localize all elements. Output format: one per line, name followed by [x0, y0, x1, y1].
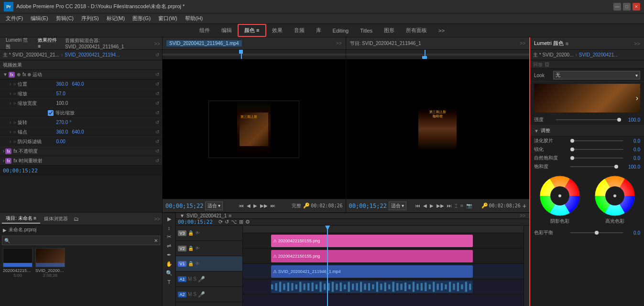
- maximize-button[interactable]: □: [623, 3, 631, 11]
- search-clear-icon[interactable]: ✕: [154, 238, 158, 243]
- program-timeline-bar[interactable]: [346, 50, 530, 59]
- tool-ripple[interactable]: ↕: [167, 224, 172, 232]
- prog-extract-btn[interactable]: ⌗: [460, 203, 463, 209]
- tl-tool-1[interactable]: ⟳: [218, 219, 223, 225]
- source-step-fwd-btn[interactable]: ▶▶: [260, 203, 268, 208]
- ws-tab-effects[interactable]: 效果: [266, 25, 288, 36]
- track-lock-v2[interactable]: 🔒: [188, 246, 194, 251]
- track-vis-v3[interactable]: 👁: [195, 230, 200, 236]
- prog-prev-btn[interactable]: ⏮: [415, 203, 420, 209]
- ws-tab-editing[interactable]: 编辑: [216, 25, 238, 36]
- ws-tab-audio[interactable]: 音频: [288, 25, 310, 36]
- sat-slider[interactable]: [570, 166, 618, 167]
- panel-menu-icon[interactable]: >>: [154, 41, 160, 46]
- seq-more[interactable]: >>: [520, 213, 525, 218]
- fx-motion-row[interactable]: ▼ fx ⊕ fx ⊕ 运动 ↺: [0, 70, 162, 79]
- prog-step-fwd-btn[interactable]: ▶▶: [437, 203, 444, 209]
- source-step-back-btn[interactable]: ◀: [247, 203, 251, 208]
- tool-type[interactable]: T: [166, 278, 172, 286]
- anti-flicker-value[interactable]: 0.00: [56, 139, 65, 144]
- source-timeline-bar[interactable]: [163, 50, 346, 59]
- ws-tab-color[interactable]: 颜色 ≡: [238, 24, 266, 37]
- time-remap-row[interactable]: › fx fx 时间重映射 ↺: [0, 156, 162, 166]
- tool-slip[interactable]: ⇌: [166, 242, 172, 250]
- tl-tool-4[interactable]: ⊞: [239, 219, 243, 225]
- menu-graphics[interactable]: 图形(G): [129, 14, 154, 23]
- track-mute-a1[interactable]: M: [188, 276, 192, 282]
- shadow-color-wheel[interactable]: [539, 175, 581, 217]
- menu-sequence[interactable]: 序列(S): [77, 14, 103, 23]
- menu-file[interactable]: 文件(F): [2, 14, 27, 23]
- project-more[interactable]: >>: [154, 216, 160, 222]
- sharpen-slider[interactable]: [570, 149, 623, 150]
- clip-a1[interactable]: [271, 281, 473, 293]
- prog-play-btn[interactable]: ▶: [430, 203, 434, 209]
- project-search-input[interactable]: [12, 238, 154, 243]
- source-timecode[interactable]: 00;00;15;22: [165, 203, 203, 209]
- scale-width-value[interactable]: 100.0: [56, 101, 68, 106]
- intensity-slider[interactable]: [556, 119, 621, 120]
- menu-clip[interactable]: 剪辑(C): [52, 14, 77, 23]
- program-monitor-more[interactable]: >>: [520, 41, 525, 46]
- prog-next-btn[interactable]: ⏭: [447, 203, 452, 209]
- source-fit-dropdown[interactable]: 适合 ▾: [205, 202, 223, 210]
- tool-hand[interactable]: ✋: [165, 260, 174, 268]
- tab-lumetri-scope[interactable]: Lumetri 范围: [2, 37, 34, 51]
- close-button[interactable]: ✕: [633, 3, 640, 11]
- clip-v2[interactable]: ⚠ 20200422150155.png: [271, 250, 473, 262]
- rotation-value[interactable]: 270.0 °: [56, 120, 71, 125]
- source-play-btn[interactable]: ▶: [253, 203, 257, 208]
- menu-help[interactable]: 帮助(H): [181, 14, 207, 23]
- tl-tool-3[interactable]: ⌥: [231, 219, 237, 225]
- track-solo-a2[interactable]: S: [193, 292, 196, 297]
- position-y[interactable]: 640.0: [72, 81, 84, 87]
- nat-sat-slider[interactable]: [570, 158, 623, 159]
- track-vis-v2[interactable]: 👁: [195, 246, 200, 251]
- project-item-2[interactable]: SVID_202004... 2:08;26: [35, 248, 65, 278]
- ws-tab-titles[interactable]: Titles: [354, 26, 378, 35]
- menu-edit[interactable]: 编辑(E): [27, 14, 52, 23]
- track-lock-v3[interactable]: 🔒: [188, 230, 194, 236]
- ws-tab-graphics[interactable]: 图形: [378, 25, 400, 36]
- anchor-x[interactable]: 360.0: [56, 129, 68, 135]
- ws-tab-components[interactable]: 组件: [194, 25, 216, 36]
- anchor-y[interactable]: 640.0: [72, 129, 84, 135]
- tool-pen[interactable]: ✒: [166, 251, 172, 259]
- menu-marker[interactable]: 标记(M): [103, 14, 129, 23]
- opacity-row[interactable]: › fx fx 不透明度 ↺: [0, 147, 162, 156]
- prog-lift-btn[interactable]: ⌶: [455, 203, 458, 209]
- tab-project[interactable]: 项目: 未命名 ≡: [2, 214, 40, 224]
- source-prev-btn[interactable]: ⏮: [239, 203, 244, 208]
- tab-media-browser[interactable]: 媒体浏览器: [40, 215, 72, 223]
- adjust-section-header[interactable]: ▼ 调整: [530, 125, 644, 136]
- tool-razor[interactable]: ✂: [166, 233, 172, 241]
- ec-sequence-label[interactable]: SVID_20200421_21194...: [65, 52, 120, 57]
- scale-value[interactable]: 57.0: [56, 91, 65, 96]
- program-timecode[interactable]: 00;00;15;22: [349, 203, 387, 209]
- source-monitor-more[interactable]: >>: [336, 41, 342, 46]
- look-dropdown[interactable]: 无 ▾: [553, 71, 640, 79]
- track-vis-v1[interactable]: 👁: [195, 261, 200, 266]
- lumetri-look-preview[interactable]: ›: [534, 84, 640, 113]
- tool-selection[interactable]: ▶: [166, 215, 172, 223]
- lumetri-seq-label[interactable]: SVID_20200421...: [579, 52, 618, 57]
- menu-window[interactable]: 窗口(W): [154, 14, 181, 23]
- uniform-scale-checkbox[interactable]: [48, 110, 54, 116]
- track-lock-v1[interactable]: 🔒: [188, 261, 194, 266]
- tab-audio-mixer[interactable]: 音频剪辑混合器: SVID_20200421_211946_1: [63, 37, 154, 50]
- tab-effect-controls[interactable]: 效果控件 ≡: [34, 37, 63, 51]
- track-mute-a2[interactable]: M: [188, 292, 192, 297]
- clip-v1[interactable]: ⚠ SVID_20200421_211946_1.mp4: [271, 265, 473, 278]
- new-bin-icon[interactable]: 🗂: [74, 216, 79, 222]
- tl-tool-5[interactable]: ⚙: [245, 219, 250, 225]
- project-item-1[interactable]: 20200422150155... 5:00: [3, 248, 33, 278]
- ws-tab-more[interactable]: >>: [433, 26, 450, 35]
- source-next-btn[interactable]: ⏭: [271, 203, 275, 208]
- minimize-button[interactable]: —: [613, 3, 621, 11]
- prog-step-back-btn[interactable]: ◀: [423, 203, 427, 209]
- look-preview-next[interactable]: ›: [636, 94, 638, 102]
- prog-add-btn[interactable]: +: [523, 202, 526, 210]
- tl-tool-2[interactable]: ↺: [225, 219, 229, 225]
- fade-slider[interactable]: [570, 140, 623, 141]
- source-clip-tab[interactable]: SVID_20200421_211946_1.mp4: [166, 40, 242, 46]
